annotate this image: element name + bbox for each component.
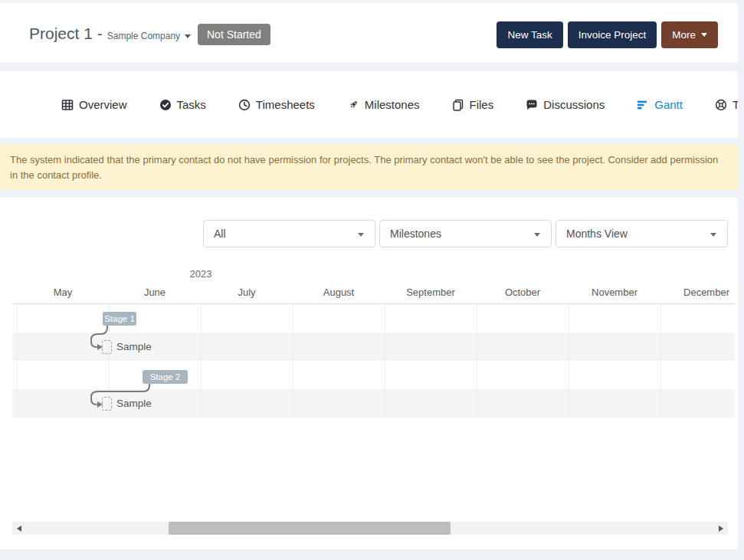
tab-label: Milestones bbox=[365, 98, 420, 111]
tab-timesheets[interactable]: Timesheets bbox=[238, 98, 315, 111]
page-title: Project 1 - bbox=[29, 25, 103, 43]
chevron-down-icon bbox=[701, 33, 707, 37]
tab-label: Ti bbox=[733, 98, 738, 111]
horizontal-scrollbar[interactable] bbox=[12, 522, 728, 535]
new-task-button[interactable]: New Task bbox=[497, 21, 562, 48]
warning-text: The system indicated that the primary co… bbox=[10, 154, 718, 181]
tab-label: Tasks bbox=[177, 98, 206, 111]
tab-tickets[interactable]: Ti bbox=[715, 98, 738, 111]
rocket-icon bbox=[347, 99, 359, 111]
tab-label: Gantt bbox=[654, 98, 683, 111]
project-tabs-bar: Overview Tasks Timesheets Milestones Fil… bbox=[0, 71, 738, 138]
month-label: August bbox=[293, 287, 385, 298]
month-label: May bbox=[17, 287, 109, 298]
filter-dropdown-all[interactable]: All bbox=[203, 220, 375, 247]
gantt-year-label: 2023 bbox=[170, 268, 231, 280]
tab-discussions[interactable]: Discussions bbox=[526, 98, 605, 111]
tab-label: Overview bbox=[79, 98, 127, 111]
tab-label: Discussions bbox=[543, 98, 605, 111]
tab-gantt[interactable]: Gantt bbox=[637, 98, 683, 111]
gantt-bar-stage-1[interactable]: Stage 1 bbox=[103, 312, 136, 326]
month-label: December bbox=[660, 287, 735, 298]
tab-label: Timesheets bbox=[256, 98, 315, 111]
gantt-panel: All Milestones Months View 2023 May June… bbox=[0, 198, 738, 549]
tab-milestones[interactable]: Milestones bbox=[347, 98, 420, 111]
project-title-dropdown[interactable]: Project 1 - Sample Company bbox=[29, 25, 191, 43]
chevron-down-icon bbox=[710, 233, 716, 237]
chevron-down-icon bbox=[185, 34, 191, 38]
ticket-icon bbox=[715, 99, 727, 111]
gantt-bar-stage-2[interactable]: Stage 2 bbox=[143, 370, 188, 384]
check-circle-icon bbox=[159, 99, 172, 111]
month-label: November bbox=[569, 287, 660, 298]
chat-icon bbox=[526, 99, 538, 111]
milestone-placeholder[interactable] bbox=[102, 340, 112, 354]
month-label: July bbox=[201, 287, 293, 298]
header-actions: New Task Invoice Project More bbox=[497, 21, 718, 48]
invoice-project-button[interactable]: Invoice Project bbox=[568, 21, 657, 48]
chevron-down-icon bbox=[358, 233, 364, 237]
project-header: Project 1 - Sample Company Not Started N… bbox=[0, 3, 738, 63]
clock-icon bbox=[238, 99, 251, 111]
scroll-right-arrow-icon[interactable] bbox=[719, 526, 723, 532]
milestone-label: Sample bbox=[116, 397, 152, 411]
dropdown-value: Milestones bbox=[390, 228, 441, 240]
dropdown-value: Months View bbox=[566, 228, 628, 240]
grid-icon bbox=[61, 99, 74, 111]
tab-overview[interactable]: Overview bbox=[61, 98, 127, 111]
scrollbar-thumb[interactable] bbox=[169, 522, 451, 535]
gantt-grid: Stage 1 Sample Stage 2 Sample bbox=[12, 304, 735, 418]
scroll-left-arrow-icon[interactable] bbox=[17, 526, 21, 532]
tabs-row: Overview Tasks Timesheets Milestones Fil… bbox=[0, 71, 738, 138]
dropdown-value: All bbox=[214, 228, 226, 240]
tab-tasks[interactable]: Tasks bbox=[159, 98, 206, 111]
month-label: September bbox=[385, 287, 477, 298]
more-button-label: More bbox=[672, 29, 696, 41]
status-badge: Not Started bbox=[198, 24, 270, 45]
milestone-placeholder[interactable] bbox=[102, 397, 112, 411]
gantt-bars-icon bbox=[637, 99, 649, 111]
month-label: October bbox=[477, 287, 569, 298]
view-dropdown-months[interactable]: Months View bbox=[556, 220, 728, 247]
company-name: Sample Company bbox=[107, 31, 180, 41]
more-button[interactable]: More bbox=[661, 21, 718, 48]
tab-label: Files bbox=[470, 98, 494, 111]
gantt-month-header: May June July August September October N… bbox=[12, 287, 735, 302]
chevron-down-icon bbox=[534, 233, 540, 237]
files-icon bbox=[452, 99, 464, 111]
milestone-label: Sample bbox=[116, 340, 152, 354]
tab-files[interactable]: Files bbox=[452, 98, 494, 111]
permission-warning-banner: The system indicated that the primary co… bbox=[0, 144, 738, 190]
month-label: June bbox=[109, 287, 201, 298]
filter-dropdown-milestones[interactable]: Milestones bbox=[379, 220, 552, 247]
